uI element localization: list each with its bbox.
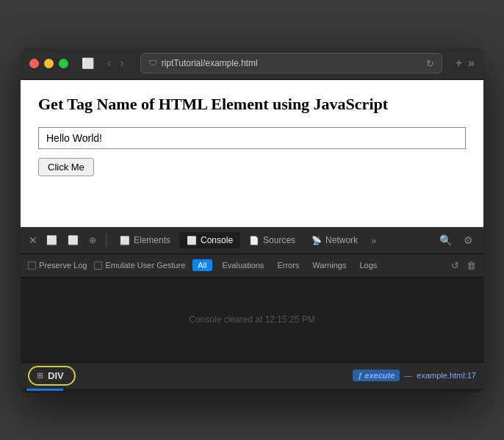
browser-window: ⬜ ‹ › 🛡 riptTutorial/example.html ↻ + » … [21,48,483,393]
filter-all-button[interactable]: All [192,259,212,271]
page-content: Get Tag Name of HTML Element using JavaS… [21,80,483,227]
div-output-box: ⊞ DIV [28,366,76,386]
shield-icon: 🛡 [148,58,157,68]
minimize-button[interactable] [44,59,54,68]
hello-world-box: Hello World! [38,127,466,149]
devtools-toolbar: ✕ ⬜ ⬜ ⊕ ⬜ Elements ⬜ Console 📄 Sources [21,228,483,254]
execute-location[interactable]: example.html:17 [417,371,476,380]
console-delete-button[interactable]: 🗑 [467,260,476,271]
network-tab-icon: 📡 [312,236,322,245]
filter-warnings-button[interactable]: Warnings [309,259,349,271]
title-bar-actions: + » [456,57,475,70]
nav-buttons: ‹ › [104,55,127,71]
more-button[interactable]: » [468,57,475,70]
devtools-inspect-button[interactable]: ⬜ [43,233,61,248]
bottom-blue-indicator [26,389,63,391]
devtools-search-button[interactable]: 🔍 [435,232,456,248]
address-bar[interactable]: 🛡 riptTutorial/example.html ↻ [140,53,442,73]
page-title: Get Tag Name of HTML Element using JavaS… [38,95,466,114]
execute-label: execute [364,371,395,380]
devtools-separator [106,234,107,247]
filter-errors-button[interactable]: Errors [274,259,302,271]
emulate-gesture-item[interactable]: Emulate User Gesture [94,261,185,270]
maximize-button[interactable] [59,59,68,68]
network-tab-label: Network [325,235,358,245]
elements-tab-label: Elements [134,235,170,245]
div-element-icon: ⊞ [37,371,43,381]
tab-network[interactable]: 📡 Network [304,232,365,248]
execute-badge: ƒ execute [353,369,400,381]
console-bottom-bar: ⊞ DIV ƒ execute — example.html:17 [21,362,483,389]
devtools-settings-button[interactable]: ⚙ [459,232,478,248]
title-bar: ⬜ ‹ › 🛡 riptTutorial/example.html ↻ + » [21,48,483,80]
console-filter-bar: Preserve Log Emulate User Gesture All Ev… [21,254,483,278]
forward-button[interactable]: › [117,55,126,71]
console-tab-label: Console [201,235,233,245]
preserve-log-label: Preserve Log [39,261,87,270]
close-button[interactable] [29,59,39,68]
preserve-log-checkbox[interactable] [28,262,36,270]
back-button[interactable]: ‹ [104,55,114,71]
separator-dash: — [404,371,412,380]
f-icon: ƒ [358,371,362,380]
console-tab-icon: ⬜ [187,236,197,245]
sources-tab-label: Sources [263,235,295,245]
emulate-gesture-label: Emulate User Gesture [105,261,185,270]
devtools-close-button[interactable]: ✕ [26,232,40,248]
console-output: Console cleared at 12:15:25 PM [21,278,483,362]
devtools-device-button[interactable]: ⬜ [64,233,82,248]
filter-logs-button[interactable]: Logs [356,259,380,271]
tab-sources[interactable]: 📄 Sources [242,232,303,248]
console-cleared-message: Console cleared at 12:15:25 PM [189,314,314,325]
preserve-log-item[interactable]: Preserve Log [28,261,87,270]
console-right-info: ƒ execute — example.html:17 [353,369,476,381]
devtools-tabs: ⬜ Elements ⬜ Console 📄 Sources 📡 Network… [112,232,432,248]
div-element-label: DIV [48,370,64,381]
filter-evaluations-button[interactable]: Evaluations [220,259,267,271]
console-clear-button[interactable]: ↺ [451,260,459,271]
click-me-button[interactable]: Click Me [38,158,94,176]
devtools-panel: ✕ ⬜ ⬜ ⊕ ⬜ Elements ⬜ Console 📄 Sources [21,227,483,391]
new-tab-button[interactable]: + [456,57,462,70]
devtools-location-button[interactable]: ⊕ [85,233,100,248]
reload-button[interactable]: ↻ [426,58,434,69]
devtools-more-tabs[interactable]: » [367,233,381,248]
emulate-gesture-checkbox[interactable] [94,262,102,270]
address-text: riptTutorial/example.html [162,58,422,68]
sidebar-icon[interactable]: ⬜ [82,57,94,69]
sources-tab-icon: 📄 [249,236,259,245]
traffic-lights [29,59,68,68]
elements-tab-icon: ⬜ [120,236,130,245]
tab-console[interactable]: ⬜ Console [179,232,240,248]
tab-elements[interactable]: ⬜ Elements [112,232,178,248]
